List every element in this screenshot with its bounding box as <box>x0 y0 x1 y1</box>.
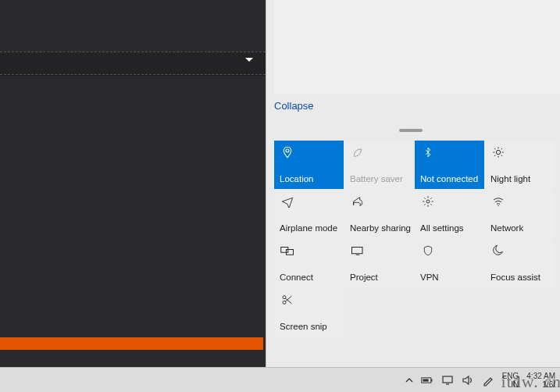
quick-action-tiles: Location Battery saver Not connected Nig… <box>274 141 555 337</box>
lang-line2: IN <box>502 380 519 389</box>
leaf-icon <box>350 144 366 160</box>
tile-label: Project <box>350 273 411 283</box>
tile-label: Location <box>280 174 341 184</box>
drag-grip[interactable] <box>399 129 423 132</box>
tile-project[interactable]: Project <box>344 239 414 287</box>
tile-label: Night light <box>490 174 551 184</box>
connect-icon <box>280 243 295 258</box>
tile-airplane-mode[interactable]: Airplane mode <box>274 190 344 238</box>
tile-night-light[interactable]: Night light <box>485 141 555 189</box>
svg-rect-13 <box>352 248 363 254</box>
editor-divider <box>0 75 266 76</box>
network-tray-icon[interactable] <box>441 374 454 387</box>
project-icon <box>350 243 366 258</box>
tile-battery-saver[interactable]: Battery saver <box>344 141 414 189</box>
tile-location[interactable]: Location <box>274 141 344 189</box>
share-icon <box>350 194 366 209</box>
tile-label: Connect <box>280 273 341 283</box>
svg-rect-22 <box>443 376 452 383</box>
lang-line1: ENG <box>502 372 519 380</box>
svg-line-7 <box>494 155 495 156</box>
tile-label: Screen snip <box>280 322 341 332</box>
collapse-link[interactable]: Collapse <box>274 100 314 112</box>
svg-point-10 <box>498 205 498 206</box>
wifi-icon <box>490 194 506 209</box>
tile-label: Nearby sharing <box>350 223 411 233</box>
airplane-icon <box>280 194 295 209</box>
tile-nearby-sharing[interactable]: Nearby sharing <box>344 190 414 238</box>
tile-label: All settings <box>420 223 481 233</box>
pen-tray-icon[interactable] <box>482 374 494 387</box>
moon-icon <box>490 243 506 258</box>
status-orange-bar <box>0 337 263 350</box>
tile-all-settings[interactable]: All settings <box>415 190 484 238</box>
bluetooth-icon <box>420 144 436 160</box>
svg-rect-20 <box>430 379 432 381</box>
action-center-panel: Collapse Location Battery saver Not conn… <box>266 0 560 367</box>
tile-vpn[interactable]: VPN <box>415 239 484 287</box>
system-tray: ENG IN 4:32 AM 1/6/ <box>405 368 555 392</box>
language-indicator[interactable]: ENG IN <box>502 372 519 389</box>
tile-label: Airplane mode <box>280 223 341 233</box>
svg-point-0 <box>496 150 500 154</box>
svg-line-5 <box>494 148 495 149</box>
editor-toolbar-strip <box>0 52 266 75</box>
sun-icon <box>490 144 506 160</box>
tile-label: Network <box>490 223 551 233</box>
tile-bluetooth[interactable]: Not connected <box>415 141 484 189</box>
volume-icon[interactable] <box>462 374 474 387</box>
scissors-icon <box>280 292 295 308</box>
svg-line-8 <box>501 148 502 149</box>
tray-clock[interactable]: 4:32 AM 1/6/ <box>526 372 555 389</box>
tile-network[interactable]: Network <box>485 190 555 238</box>
tile-label: Battery saver <box>350 174 411 184</box>
editor-dark-pane <box>0 0 279 367</box>
tile-label: Not connected <box>420 174 481 184</box>
svg-line-6 <box>501 155 502 156</box>
svg-rect-21 <box>423 379 428 381</box>
taskbar: ENG IN 4:32 AM 1/6/ <box>0 367 560 392</box>
action-center-notifications-area <box>274 0 560 94</box>
chevron-down-icon[interactable] <box>245 58 253 62</box>
svg-point-9 <box>426 200 430 203</box>
tile-connect[interactable]: Connect <box>274 239 344 287</box>
clock-time: 4:32 AM <box>526 372 555 380</box>
tile-screen-snip[interactable]: Screen snip <box>274 288 344 337</box>
tray-overflow-icon[interactable] <box>405 376 413 384</box>
clock-date: 1/6/ <box>526 380 555 389</box>
gear-icon <box>420 194 436 209</box>
tile-label: Focus assist <box>490 273 551 283</box>
location-icon <box>280 144 295 160</box>
battery-icon[interactable] <box>421 374 433 387</box>
tile-label: VPN <box>420 273 481 283</box>
tile-focus-assist[interactable]: Focus assist <box>485 239 555 287</box>
shield-icon <box>420 243 436 258</box>
